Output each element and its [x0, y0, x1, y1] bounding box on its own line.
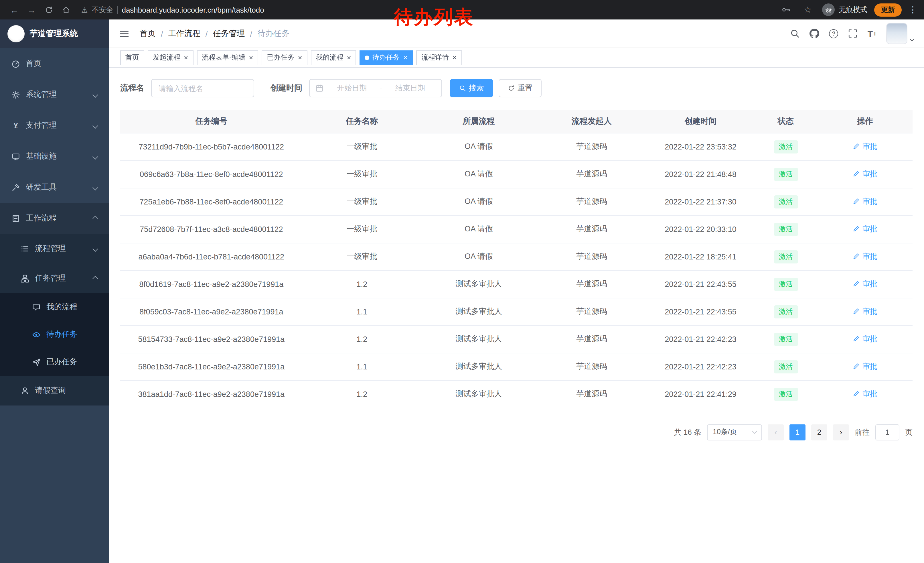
refresh-icon[interactable]: [41, 2, 56, 17]
cell-created: 2022-01-21 22:42:23: [647, 353, 754, 380]
approve-link-label: 审批: [862, 197, 878, 207]
sidebar-item-infrastructure[interactable]: 基础设施: [0, 141, 109, 172]
hamburger-icon[interactable]: [119, 29, 129, 39]
font-size-icon[interactable]: [868, 29, 876, 38]
tool-icon: [12, 183, 20, 192]
approve-link[interactable]: 审批: [853, 251, 878, 262]
breadcrumb-item[interactable]: 首页: [140, 29, 156, 39]
update-button[interactable]: 更新: [874, 3, 902, 17]
person-icon: [21, 386, 29, 395]
goto-suffix: 页: [905, 427, 912, 437]
total-count: 共 16 条: [674, 427, 701, 437]
sidebar-item-task-management[interactable]: 任务管理: [0, 263, 109, 293]
cell-initiator: 芋道源码: [536, 161, 647, 188]
cell-process: OA 请假: [422, 188, 536, 215]
page-number-button[interactable]: 2: [811, 424, 827, 440]
sidebar-item-workflow[interactable]: 工作流程: [0, 203, 109, 234]
sidebar-item-label: 研发工具: [26, 182, 57, 192]
sidebar-item-todo-tasks[interactable]: 待办任务: [0, 321, 109, 348]
table-row: 8f0d1619-7ac8-11ec-a9e2-a2380e71991a 1.2…: [120, 270, 912, 298]
sidebar-item-system[interactable]: 系统管理: [0, 79, 109, 110]
approve-link[interactable]: 审批: [853, 169, 878, 179]
tab[interactable]: 我的流程 ×: [311, 50, 356, 65]
tab-close-icon[interactable]: ×: [347, 54, 351, 61]
breadcrumb-item[interactable]: 工作流程: [168, 29, 200, 39]
home-icon[interactable]: [58, 2, 73, 17]
breadcrumb-item[interactable]: 任务管理: [213, 29, 245, 39]
sidebar-item-done-tasks[interactable]: 已办任务: [0, 348, 109, 376]
process-name-input[interactable]: [151, 79, 254, 98]
tab-close-icon[interactable]: ×: [298, 54, 302, 61]
bookmark-star-icon[interactable]: ☆: [800, 2, 815, 17]
approve-link[interactable]: 审批: [853, 197, 878, 207]
date-range-picker[interactable]: 开始日期 - 结束日期: [309, 79, 442, 98]
cell-created: 2022-01-22 20:33:10: [647, 215, 754, 243]
user-menu[interactable]: [886, 23, 914, 44]
key-icon[interactable]: [778, 2, 794, 17]
sidebar-item-devtools[interactable]: 研发工具: [0, 172, 109, 203]
create-time-label: 创建时间: [270, 83, 302, 93]
annotation-text: 待办列表: [394, 5, 474, 30]
cell-process: OA 请假: [422, 161, 536, 188]
table-row: 381aa1dd-7ac8-11ec-a9e2-a2380e71991a 1.2…: [120, 380, 912, 408]
incognito-icon: [822, 3, 835, 16]
search-icon[interactable]: [790, 29, 800, 38]
tab[interactable]: 待办任务 ×: [360, 50, 413, 65]
status-badge: 激活: [774, 332, 798, 346]
tab-label: 我的流程: [316, 53, 344, 62]
cell-created: 2022-01-22 18:25:41: [647, 243, 754, 270]
tab-close-icon[interactable]: ×: [404, 54, 408, 61]
page-size-select[interactable]: 10条/页: [707, 424, 762, 440]
approve-link[interactable]: 审批: [853, 334, 878, 344]
column-header: 流程发起人: [536, 110, 647, 133]
search-button[interactable]: 搜索: [450, 79, 493, 98]
approve-link[interactable]: 审批: [853, 306, 878, 317]
reset-button[interactable]: 重置: [499, 79, 542, 98]
approve-link[interactable]: 审批: [853, 362, 878, 372]
cell-task-id: a6aba0a4-7b6d-11ec-b781-acde48001122: [120, 243, 303, 270]
tab[interactable]: 流程详情 ×: [416, 50, 462, 65]
prev-page-button[interactable]: ‹: [768, 424, 784, 440]
dashboard-icon: [12, 59, 20, 68]
cell-task-name: 1.1: [303, 298, 422, 325]
sidebar-item-my-process[interactable]: 我的流程: [0, 293, 109, 321]
fullscreen-icon[interactable]: [848, 29, 858, 38]
forward-icon[interactable]: →: [24, 2, 39, 17]
sidebar-item-process-management[interactable]: 流程管理: [0, 234, 109, 263]
help-icon[interactable]: [829, 29, 838, 38]
browser-menu-icon[interactable]: ⋮: [909, 5, 917, 15]
page-number-button[interactable]: 1: [789, 424, 806, 440]
tab-close-icon[interactable]: ×: [452, 54, 456, 61]
tab[interactable]: 发起流程 ×: [148, 50, 193, 65]
tab-close-icon[interactable]: ×: [184, 54, 188, 61]
status-badge: 激活: [774, 140, 798, 153]
yen-icon: ¥: [12, 121, 20, 130]
github-icon[interactable]: [810, 29, 819, 38]
column-header: 创建时间: [647, 110, 754, 133]
approve-link[interactable]: 审批: [853, 141, 878, 152]
gear-icon: [12, 90, 20, 99]
next-page-button[interactable]: ›: [833, 424, 849, 440]
column-header: 任务名称: [303, 110, 422, 133]
back-icon[interactable]: ←: [7, 2, 22, 17]
approve-link[interactable]: 审批: [853, 279, 878, 289]
approve-link[interactable]: 审批: [853, 389, 878, 399]
table-row: a6aba0a4-7b6d-11ec-b781-acde48001122 一级审…: [120, 243, 912, 270]
cell-process: 测试多审批人: [422, 270, 536, 298]
sidebar-item-leave-query[interactable]: 请假查询: [0, 376, 109, 405]
address-bar[interactable]: ⚠ 不安全 dashboard.yudao.iocoder.cn/bpm/tas…: [81, 5, 264, 15]
cell-task-name: 1.2: [303, 270, 422, 298]
tab-close-icon[interactable]: ×: [249, 54, 253, 61]
cell-task-name: 一级审批: [303, 215, 422, 243]
cell-created: 2022-01-22 21:37:30: [647, 188, 754, 215]
approve-link[interactable]: 审批: [853, 224, 878, 234]
tab[interactable]: 已办任务 ×: [262, 50, 307, 65]
cell-initiator: 芋道源码: [536, 188, 647, 215]
tab[interactable]: 流程表单-编辑 ×: [196, 50, 258, 65]
sidebar-item-payment[interactable]: ¥ 支付管理: [0, 110, 109, 141]
table-row: 8f059c03-7ac8-11ec-a9e2-a2380e71991a 1.1…: [120, 298, 912, 325]
sidebar-item-home[interactable]: 首页: [0, 48, 109, 79]
tab[interactable]: 首页: [120, 50, 144, 65]
app-logo[interactable]: 芋道管理系统: [0, 20, 109, 48]
goto-page-input[interactable]: [875, 424, 899, 440]
